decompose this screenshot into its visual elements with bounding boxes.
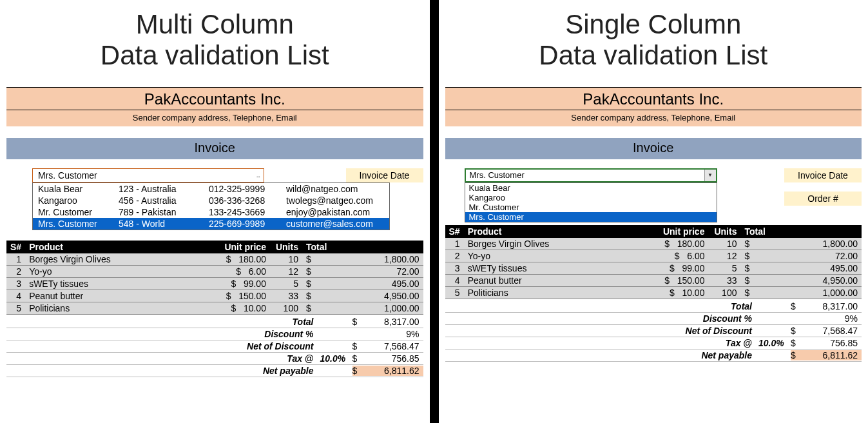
- summary-row: Net of Discount$7,568.47: [6, 340, 423, 353]
- ellipsis-icon[interactable]: ...: [255, 172, 261, 179]
- summary-block: Total$8,317.00Discount %9%Net of Discoun…: [445, 300, 862, 362]
- cell-unit-price: $ 180.00: [212, 253, 270, 266]
- table-header-row: S# Product Unit price Units Total: [445, 225, 862, 238]
- invoice-band: Invoice: [6, 138, 423, 159]
- cell-sn: 2: [6, 266, 25, 278]
- cell-sn: 1: [445, 238, 464, 250]
- combo-input[interactable]: Mrs. Customer ▼: [465, 168, 717, 182]
- summary-value: 6,811.62: [365, 366, 423, 376]
- dropdown-row[interactable]: Mr. Customer 789 - Pakistan 133-245-3669…: [33, 206, 389, 218]
- cell-product: sWETy tissues: [25, 278, 212, 290]
- table-row[interactable]: 5Politicians$ 10.00100$1,000.00: [6, 302, 423, 315]
- combo-input[interactable]: Mrs. Customer ...: [32, 168, 264, 182]
- cell-product: Politicians: [464, 287, 651, 299]
- cell-units: 100: [270, 302, 302, 315]
- dd-phone: 225-669-9989: [209, 219, 286, 229]
- cell-product: Borges Virgin Olives: [464, 238, 651, 250]
- summary-value: 7,568.47: [804, 326, 862, 336]
- summary-label: Net of Discount: [481, 326, 758, 336]
- invoice-date-label: Invoice Date: [346, 168, 423, 182]
- dropdown-row[interactable]: Kuala Bear 123 - Australia 012-325-9999 …: [33, 183, 389, 195]
- cell-product: Yo-yo: [464, 250, 651, 262]
- table-row[interactable]: 3sWETy tissues$ 99.005$495.00: [6, 278, 423, 290]
- summary-label: Total: [43, 317, 320, 327]
- comparison-wrapper: Multi Column Data validation List PakAcc…: [0, 0, 868, 423]
- dd-name: Mr. Customer: [38, 207, 119, 217]
- cell-product: Borges Virgin Olives: [25, 253, 212, 266]
- dropdown-row-selected[interactable]: Mrs. Customer 548 - World 225-669-9989 c…: [33, 218, 389, 230]
- combo-dropdown-single[interactable]: Kuala Bear Kangaroo Mr. Customer Mrs. Cu…: [465, 182, 717, 222]
- right-labels: Invoice Date: [346, 168, 423, 182]
- cell-curr: $: [740, 238, 753, 250]
- cell-units: 10: [708, 238, 740, 250]
- cell-unit-price: $ 10.00: [650, 287, 708, 299]
- invoice-table: S# Product Unit price Units Total 1Borge…: [6, 241, 423, 315]
- table-body: 1Borges Virgin Olives$ 180.0010$1,800.00…: [6, 253, 423, 315]
- cell-units: 33: [270, 290, 302, 302]
- cell-sn: 3: [6, 278, 25, 290]
- cell-unit-price: $ 150.00: [212, 290, 270, 302]
- dd-addr: 123 - Australia: [119, 184, 209, 194]
- dropdown-row[interactable]: Kangaroo 456 - Australia 036-336-3268 tw…: [33, 195, 389, 206]
- cell-curr: $: [740, 275, 753, 287]
- summary-value: 8,317.00: [804, 301, 862, 311]
- dd-phone: 036-336-3268: [209, 195, 286, 206]
- summary-row: Tax @10.0%$756.85: [6, 353, 423, 365]
- cell-product: Politicians: [25, 302, 212, 315]
- summary-value: 756.85: [804, 338, 862, 348]
- cell-curr: $: [302, 278, 315, 290]
- summary-value: 7,568.47: [365, 341, 423, 351]
- summary-value: 6,811.62: [804, 350, 862, 360]
- customer-combo-multi[interactable]: Mrs. Customer ... Kuala Bear 123 - Austr…: [32, 168, 264, 182]
- table-row[interactable]: 1Borges Virgin Olives$ 180.0010$1,800.00: [6, 253, 423, 266]
- summary-label: Tax @: [43, 353, 320, 364]
- summary-row: Discount %9%: [445, 313, 862, 325]
- panel-multi-column: Multi Column Data validation List PakAcc…: [0, 0, 430, 423]
- table-row[interactable]: 3sWETy tissues$ 99.005$495.00: [445, 262, 862, 275]
- dropdown-row[interactable]: Kangaroo: [465, 193, 717, 202]
- invoice-band: Invoice: [445, 138, 862, 159]
- dd-name: Kangaroo: [38, 195, 119, 206]
- th-total: Total: [302, 241, 423, 253]
- combo-value: Mrs. Customer: [470, 170, 525, 180]
- summary-block: Total$8,317.00Discount %9%Net of Discoun…: [6, 316, 423, 377]
- summary-value: 9%: [365, 329, 423, 339]
- cell-curr: $: [302, 302, 315, 315]
- dd-addr: 456 - Australia: [119, 195, 209, 206]
- dd-phone: 133-245-3669: [209, 207, 286, 217]
- summary-value: 756.85: [365, 353, 423, 364]
- cell-sn: 1: [6, 253, 25, 266]
- chevron-down-icon[interactable]: ▼: [704, 170, 716, 181]
- th-sn: S#: [6, 241, 25, 253]
- th-product: Product: [25, 241, 212, 253]
- summary-currency: $: [791, 338, 804, 348]
- table-row[interactable]: 4Peanut butter$ 150.0033$4,950.00: [445, 275, 862, 287]
- combo-dropdown-multi[interactable]: Kuala Bear 123 - Australia 012-325-9999 …: [32, 182, 390, 230]
- cell-sn: 2: [445, 250, 464, 262]
- customer-combo-single[interactable]: Mrs. Customer ▼ Kuala Bear Kangaroo Mr. …: [465, 168, 717, 206]
- summary-label: Net payable: [481, 350, 758, 360]
- summary-row: Net payable$6,811.62: [6, 365, 423, 377]
- summary-label: Discount %: [43, 329, 320, 339]
- dropdown-row[interactable]: Mr. Customer: [465, 202, 717, 212]
- order-number-label: Order #: [784, 192, 862, 206]
- summary-value: 8,317.00: [365, 317, 423, 327]
- th-unit-price: Unit price: [650, 225, 708, 238]
- company-sub: Sender company address, Telephone, Email: [445, 110, 862, 126]
- table-row[interactable]: 2Yo-yo$ 6.0012$72.00: [445, 250, 862, 262]
- cell-total: 4,950.00: [315, 290, 423, 302]
- cell-sn: 5: [445, 287, 464, 299]
- summary-currency: $: [791, 326, 804, 336]
- table-row[interactable]: 4Peanut butter$ 150.0033$4,950.00: [6, 290, 423, 302]
- dropdown-row[interactable]: Kuala Bear: [465, 183, 717, 193]
- summary-label: Tax @: [481, 338, 758, 348]
- cell-curr: $: [302, 253, 315, 266]
- table-row[interactable]: 1Borges Virgin Olives$ 180.0010$1,800.00: [445, 238, 862, 250]
- table-row[interactable]: 5Politicians$ 10.00100$1,000.00: [445, 287, 862, 299]
- summary-row: Net payable$6,811.62: [445, 349, 862, 362]
- cell-curr: $: [740, 262, 753, 275]
- summary-row: Net of Discount$7,568.47: [445, 325, 862, 337]
- table-row[interactable]: 2Yo-yo$ 6.0012$72.00: [6, 266, 423, 278]
- cell-units: 12: [270, 266, 302, 278]
- dropdown-row-selected[interactable]: Mrs. Customer: [465, 212, 717, 222]
